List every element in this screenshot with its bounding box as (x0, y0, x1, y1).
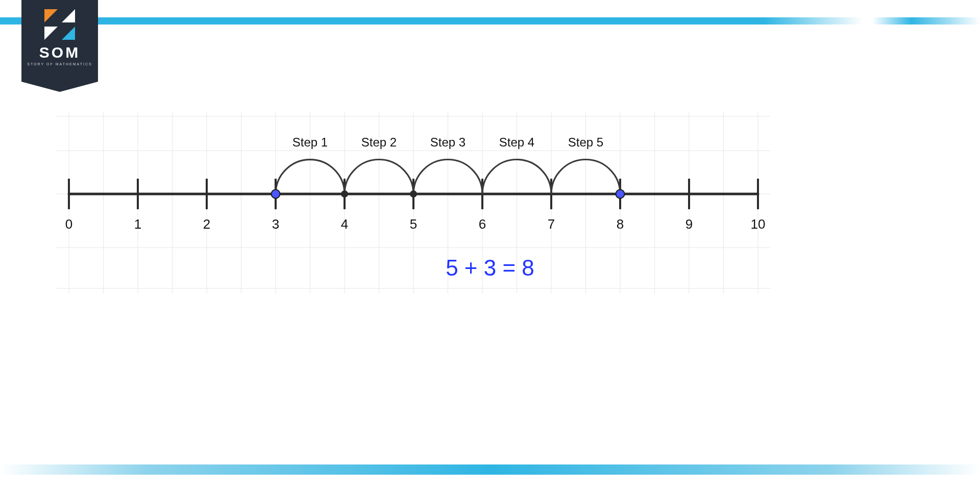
svg-point-84 (616, 190, 625, 199)
svg-point-73 (757, 207, 759, 209)
svg-text:Step 5: Step 5 (568, 135, 603, 149)
brand-tagline: STORY OF MATHEMATICS (27, 62, 92, 66)
svg-point-83 (272, 190, 280, 199)
svg-text:1: 1 (134, 216, 141, 232)
svg-point-36 (137, 179, 139, 181)
svg-point-45 (275, 207, 277, 209)
svg-point-61 (550, 207, 552, 209)
brand-short: SOM (39, 45, 80, 60)
svg-point-53 (412, 207, 414, 209)
logo-mark-icon (44, 9, 75, 40)
svg-text:5: 5 (410, 216, 417, 232)
svg-point-68 (688, 179, 690, 181)
svg-point-72 (757, 179, 759, 181)
svg-text:Step 2: Step 2 (361, 135, 397, 149)
brand-shield: SOM STORY OF MATHEMATICS (21, 0, 98, 82)
svg-point-48 (344, 179, 346, 181)
svg-text:10: 10 (751, 216, 766, 232)
svg-text:2: 2 (203, 216, 210, 232)
svg-text:Step 3: Step 3 (430, 135, 465, 149)
svg-text:4: 4 (341, 216, 348, 232)
svg-text:6: 6 (479, 216, 486, 232)
svg-point-65 (619, 207, 621, 209)
bottom-accent-bar (0, 464, 980, 475)
svg-text:7: 7 (548, 216, 555, 232)
svg-point-52 (412, 179, 414, 181)
svg-point-41 (206, 207, 208, 209)
svg-point-37 (137, 207, 139, 209)
svg-point-33 (68, 207, 70, 209)
svg-point-64 (619, 179, 621, 181)
svg-point-60 (550, 179, 552, 181)
svg-point-69 (688, 207, 690, 209)
svg-point-40 (206, 179, 208, 181)
svg-point-56 (481, 179, 483, 181)
svg-point-44 (275, 179, 277, 181)
svg-point-82 (410, 190, 417, 198)
svg-text:0: 0 (65, 216, 72, 232)
svg-point-57 (481, 207, 483, 209)
svg-point-32 (68, 179, 70, 181)
top-accent-bar (0, 17, 980, 24)
svg-point-81 (341, 190, 348, 198)
svg-point-49 (344, 207, 346, 209)
svg-text:Step 4: Step 4 (499, 135, 534, 149)
svg-text:3: 3 (272, 216, 279, 232)
svg-text:Step 1: Step 1 (292, 135, 328, 149)
equation-text: 5 + 3 = 8 (0, 255, 980, 281)
svg-text:8: 8 (617, 216, 624, 232)
svg-text:9: 9 (685, 216, 693, 232)
